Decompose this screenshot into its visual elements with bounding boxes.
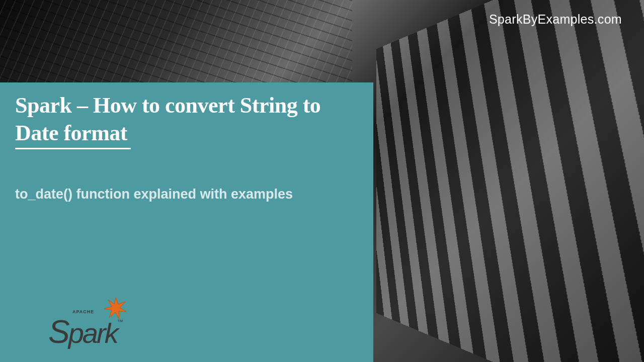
site-label: SparkByExamples.com [489, 12, 622, 27]
spark-star-icon [103, 297, 128, 322]
spark-wordmark-cap: S [48, 314, 68, 350]
spark-wordmark: APACHE Spark™ [48, 316, 123, 348]
apache-label: APACHE [72, 310, 94, 314]
slide-title: Spark – How to convert String to Date fo… [15, 92, 358, 147]
slide-subtitle: to_date() function explained with exampl… [15, 187, 358, 202]
title-underline [15, 148, 131, 149]
content-panel: Spark – How to convert String to Date fo… [0, 82, 373, 362]
slide-stage: SparkByExamples.com Spark – How to conve… [0, 0, 644, 362]
apache-spark-logo: APACHE Spark™ [48, 316, 123, 348]
spark-wordmark-rest: park [68, 317, 117, 349]
